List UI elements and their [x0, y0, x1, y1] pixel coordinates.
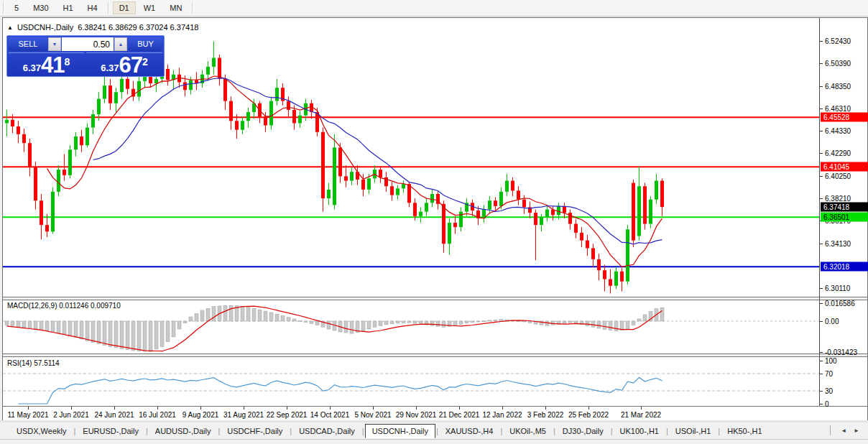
date-tick	[157, 407, 158, 410]
rsi-tick	[820, 391, 823, 392]
tabs-scroll-right-icon[interactable]: ►	[854, 427, 859, 434]
pane-splitter-rsi[interactable]	[3, 353, 867, 357]
price-level-label: 6.36501	[821, 213, 868, 222]
date-tick	[588, 407, 589, 410]
date-tick	[244, 407, 244, 410]
date-tick	[416, 407, 417, 410]
tabs-scroll-left-icon[interactable]: ◄	[841, 427, 846, 434]
date-tick-label: 2 Jun 2021	[53, 411, 89, 419]
macd-indicator-label: MACD(12,26,9) 0.011246 0.009710	[7, 302, 121, 310]
chart-tab-ukoil[interactable]: UKOil-,M5	[503, 425, 553, 438]
date-tick-label: 16 Jul 2021	[139, 411, 176, 419]
date-tick-label: 5 Nov 2021	[354, 411, 391, 419]
tab-scroll-arrows: ◄ ►	[830, 425, 859, 435]
macd-tick-label: 0.016586	[825, 300, 855, 307]
timeframe-button-m30[interactable]: M30	[27, 1, 55, 14]
price-tick-label: 6.34130	[825, 239, 851, 247]
date-tick-label: 11 May 2021	[7, 411, 48, 419]
symbol-tabbar: USDX,Weekly|EURUSD-,Daily|AUDUSD-,Daily|…	[0, 422, 868, 440]
sell-price-pip: 8	[65, 56, 70, 68]
sell-button[interactable]: SELL	[9, 37, 47, 51]
price-tick-label: 6.42290	[825, 149, 851, 157]
date-tick	[373, 407, 374, 410]
chart-tab-eurusd[interactable]: EURUSD-,Daily	[76, 425, 145, 438]
chart-title-symbol: USDCNH-,Daily	[17, 23, 73, 32]
date-tick	[459, 407, 460, 410]
date-axis: 11 May 20212 Jun 202124 Jun 202116 Jul 2…	[3, 406, 867, 420]
chart-window: ▲ USDCNH-,Daily 6.38241 6.38629 6.37024 …	[2, 17, 868, 421]
price-tick-label: 6.38210	[825, 194, 851, 202]
date-tick-label: 31 Aug 2021	[223, 411, 264, 419]
timeframe-button-5[interactable]: 5	[8, 1, 25, 14]
price-tick-label: 6.50390	[825, 60, 851, 68]
price-tick	[820, 153, 823, 154]
rsi-tick	[820, 404, 823, 404]
macd-tick	[820, 352, 823, 353]
macd-tick	[820, 321, 823, 322]
date-tick	[200, 407, 201, 410]
chart-tab-usdchf[interactable]: USDCHF-,Daily	[221, 425, 289, 438]
price-tick-label: 6.44330	[825, 126, 851, 134]
pane-splitter-macd[interactable]	[3, 297, 867, 300]
price-tick-label: 6.48350	[825, 82, 851, 90]
rsi-tick-label: 30	[825, 387, 833, 395]
price-level-label: 6.45528	[821, 113, 868, 122]
chart-title: ▲ USDCNH-,Daily 6.38241 6.38629 6.37024 …	[7, 22, 198, 32]
chart-tab-dj30[interactable]: DJ30-,Daily	[556, 425, 610, 438]
buy-price-pip: 2	[142, 56, 148, 68]
price-tick-label: 6.52430	[825, 37, 851, 45]
price-tick	[820, 244, 823, 244]
timeframe-button-mn[interactable]: MN	[163, 1, 188, 14]
date-tick	[330, 407, 331, 410]
date-tick-label: 25 Feb 2022	[568, 411, 609, 419]
sell-price[interactable]: 6.37418	[9, 52, 84, 76]
price-level-label: 6.41045	[821, 162, 868, 172]
date-tick	[28, 407, 29, 410]
chart-tab-uk100[interactable]: UK100-,H1	[614, 425, 665, 438]
price-level-label: 6.37418	[821, 203, 868, 212]
date-tick-label: 21 Mar 2022	[621, 411, 661, 419]
rsi-tick	[820, 374, 823, 374]
date-tick	[641, 407, 642, 410]
chart-tab-usoil[interactable]: USOil-,H1	[669, 425, 718, 438]
chart-tab-usdx[interactable]: USDX,Weekly	[10, 425, 73, 438]
volume-increase-icon[interactable]: ▲	[114, 37, 127, 51]
price-tick	[820, 41, 823, 42]
volume-input[interactable]	[62, 37, 114, 51]
price-tick	[820, 176, 823, 177]
timeframe-button-h1[interactable]: H1	[57, 1, 80, 14]
price-level-label: 6.32018	[821, 262, 868, 272]
price-tick	[820, 108, 823, 109]
date-tick-label: 24 Jun 2021	[94, 411, 134, 419]
price-tick-label: 6.36170	[825, 217, 851, 225]
sell-price-main: 41	[41, 55, 64, 75]
date-tick	[71, 407, 72, 410]
rsi-tick	[820, 361, 823, 361]
timeframe-toolbar: 5M30H1H4D1W1MN	[0, 0, 868, 17]
chart-tab-xauusd[interactable]: XAUUSD-,H4	[439, 425, 500, 438]
price-tick-label: 6.30110	[825, 284, 850, 292]
date-tick-label: 12 Jan 2022	[482, 411, 522, 419]
date-tick-label: 21 Dec 2021	[439, 411, 480, 419]
chart-tab-audusd[interactable]: AUDUSD-,Daily	[149, 425, 218, 438]
price-tick	[820, 131, 823, 131]
buy-button[interactable]: BUY	[129, 37, 162, 51]
date-tick	[114, 407, 115, 410]
date-tick	[287, 407, 287, 410]
timeframe-button-d1[interactable]: D1	[113, 1, 136, 14]
price-tick-label: 6.46310	[825, 105, 851, 113]
one-click-trade-panel: SELL ▼ ▲ BUY 6.37418 6.37672	[6, 35, 165, 77]
collapse-chart-icon[interactable]: ▲	[7, 24, 13, 31]
rsi-tick-label: 70	[825, 370, 833, 378]
tab-arrows-divider	[830, 425, 831, 435]
timeframe-button-w1[interactable]: W1	[137, 1, 162, 14]
date-tick-label: 29 Nov 2021	[396, 411, 437, 419]
volume-decrease-icon[interactable]: ▼	[48, 37, 61, 51]
chart-tab-usdcnh[interactable]: USDCNH-,Daily	[365, 424, 435, 438]
chart-tab-usdcad[interactable]: USDCAD-,Daily	[292, 425, 361, 438]
chart-tab-hk50[interactable]: HK50-,H1	[721, 425, 768, 438]
price-tick	[820, 198, 823, 199]
buy-price[interactable]: 6.37672	[86, 52, 162, 76]
price-tick	[820, 288, 823, 289]
timeframe-button-h4[interactable]: H4	[81, 1, 104, 14]
